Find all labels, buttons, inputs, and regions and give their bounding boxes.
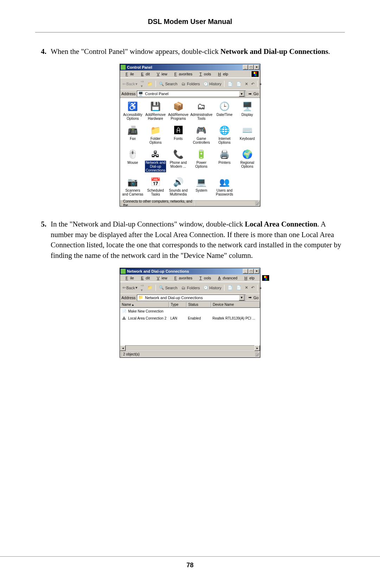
menu-help[interactable]: Help [214, 72, 230, 76]
cp-item-fonts[interactable]: 🅰Fonts [167, 124, 190, 147]
list-header[interactable]: Name ▴TypeStatusDevice Name [120, 302, 260, 308]
maximize-button[interactable]: □ [248, 269, 254, 274]
folders-button[interactable]: 🗂Folders [179, 81, 201, 87]
toolbar-overflow[interactable]: » [259, 286, 261, 290]
menu-tools[interactable]: Tools [195, 276, 213, 280]
cp-item-administrative-tools[interactable]: 🗂Administrative Tools [190, 100, 213, 123]
delete-button[interactable]: ✕ [244, 285, 249, 290]
menu-tools[interactable]: Tools [195, 72, 213, 76]
cp-item-accessibility-options[interactable]: ♿Accessibility Options [121, 100, 144, 123]
cell-text: Enabled [188, 316, 201, 320]
resize-grip[interactable] [255, 201, 259, 205]
minimize-button[interactable]: _ [243, 269, 248, 274]
copyto-button[interactable]: 📄 [235, 285, 243, 291]
cell-text: Make New Connection [128, 309, 164, 313]
back-button[interactable]: ⇦ Back ▾ [121, 285, 139, 290]
step5-bold: Local Area Connection [245, 220, 317, 228]
forward-button[interactable]: ⇨ ▾ [140, 79, 145, 89]
menu-favorites[interactable]: Favorites [170, 276, 195, 280]
maximize-button[interactable]: □ [248, 65, 254, 70]
cell-text: Realtek RTL8139(A) PCI ... [213, 316, 255, 320]
network-connections-window: Network and Dial-up Connections _ □ × Fi… [120, 268, 260, 358]
cp-item-add-remove-programs[interactable]: 📦Add/Remove Programs [167, 100, 190, 123]
cp-item-folder-options[interactable]: 📁Folder Options [144, 124, 167, 147]
menu-file[interactable]: File [121, 276, 136, 280]
list-item[interactable]: 📄Make New Connection [120, 308, 260, 315]
up-button[interactable]: 📁 [146, 285, 154, 291]
menu-edit[interactable]: Edit [137, 276, 152, 280]
history-button[interactable]: 🕘History [202, 285, 222, 291]
column-header-device-name[interactable]: Device Name [211, 302, 260, 308]
windows-logo-icon[interactable] [252, 71, 259, 77]
horizontal-scrollbar[interactable]: ◂ ▸ [120, 345, 260, 351]
menu-advanced[interactable]: Advanced [214, 276, 240, 280]
cp-item-keyboard[interactable]: ⌨️Keyboard [236, 124, 259, 147]
scroll-left-button[interactable]: ◂ [120, 345, 126, 351]
go-button[interactable]: ➡Go [247, 91, 259, 97]
moveto-button[interactable]: 📄 [226, 285, 234, 291]
address-input[interactable]: 📁 Network and Dial-up Connections ▾ [137, 295, 246, 301]
titlebar[interactable]: Control Panel _ □ × [120, 64, 260, 70]
cp-item-game-controllers[interactable]: 🎮Game Controllers [190, 124, 213, 147]
menu-view[interactable]: View [153, 276, 170, 280]
cp-item-display[interactable]: 🖥️Display [236, 100, 259, 123]
address-dropdown[interactable]: ▾ [239, 295, 245, 301]
address-dropdown[interactable]: ▾ [239, 91, 245, 97]
cp-item-add-remove-hardware[interactable]: 💾Add/Remove Hardware [144, 100, 167, 123]
history-button[interactable]: 🕘History [202, 81, 222, 87]
cp-item-date-time[interactable]: 🕒Date/Time [213, 100, 236, 123]
icon-view[interactable]: ♿Accessibility Options💾Add/Remove Hardwa… [120, 98, 260, 200]
copyto-button[interactable]: 📄 [235, 81, 243, 87]
cp-item-printers[interactable]: 🖨️Printers [213, 148, 236, 174]
menu-file[interactable]: File [121, 72, 136, 76]
windows-logo-icon[interactable] [262, 275, 269, 281]
cp-item-power-options[interactable]: 🔋Power Options [190, 148, 213, 174]
menu-view[interactable]: View [153, 72, 170, 76]
list-view[interactable]: Name ▴TypeStatusDevice Name 📄Make New Co… [120, 302, 260, 351]
list-item[interactable]: 🖧Local Area Connection 2LANEnabledRealte… [120, 315, 260, 322]
cp-item-scheduled-tasks[interactable]: 📅Scheduled Tasks [144, 176, 167, 198]
column-header-name[interactable]: Name ▴ [120, 302, 169, 308]
minimize-button[interactable]: _ [243, 65, 248, 70]
address-input[interactable]: 🖥️ Control Panel ▾ [137, 91, 246, 97]
cp-item-network-and-dial-up-connections[interactable]: 🖧Network and Dial-up Connections [144, 148, 167, 174]
forward-button[interactable]: ⇨ ▾ [140, 283, 145, 293]
resize-grip[interactable] [255, 352, 259, 357]
menu-edit[interactable]: Edit [137, 72, 152, 76]
cp-item-users-and-passwords[interactable]: 👥Users and Passwords [213, 176, 236, 198]
cp-item-regional-options[interactable]: 🌍Regional Options [236, 148, 259, 174]
cp-item-mouse[interactable]: 🖱️Mouse [121, 148, 144, 174]
go-button[interactable]: ➡Go [247, 295, 259, 301]
search-button[interactable]: 🔍Search [158, 285, 178, 291]
moveto-button[interactable]: 📄 [226, 81, 234, 87]
cp-item-icon: 🎮 [196, 125, 207, 136]
cp-item-system[interactable]: 💻System [190, 176, 213, 198]
cp-item-label: Game Controllers [190, 137, 213, 144]
go-icon: ➡ [247, 91, 253, 97]
cp-item-fax[interactable]: 📠Fax [121, 124, 144, 147]
search-button[interactable]: 🔍Search [158, 81, 178, 87]
delete-button[interactable]: ✕ [244, 81, 249, 87]
cp-item-sounds-and-multimedia[interactable]: 🔊Sounds and Multimedia [167, 176, 190, 198]
close-button[interactable]: × [254, 65, 259, 70]
menu-favorites[interactable]: Favorites [170, 72, 195, 76]
cp-item-icon: 🗂 [196, 101, 207, 112]
back-button[interactable]: ⇦ Back ▾ [121, 81, 139, 87]
cp-item-phone-and-modem[interactable]: 📞Phone and Modem ... [167, 148, 190, 174]
cp-item-internet-options[interactable]: 🌐Internet Options [213, 124, 236, 147]
column-header-type[interactable]: Type [169, 302, 186, 308]
folders-button[interactable]: 🗂Folders [179, 285, 201, 291]
column-header-status[interactable]: Status [186, 302, 211, 308]
scroll-right-button[interactable]: ▸ [254, 345, 260, 351]
cp-item-scanners-and-cameras[interactable]: 📷Scanners and Cameras [121, 176, 144, 198]
cp-item-icon: 🔊 [173, 177, 184, 188]
close-button[interactable]: × [254, 269, 259, 274]
up-button[interactable]: 📁 [146, 81, 154, 87]
undo-button[interactable]: ↶ [250, 285, 255, 290]
titlebar[interactable]: Network and Dial-up Connections _ □ × [120, 268, 260, 274]
undo-button[interactable]: ↶ [250, 81, 255, 87]
history-icon: 🕘 [203, 81, 209, 87]
menu-help[interactable]: Help [240, 276, 257, 280]
menubar: FileEditViewFavoritesToolsHelp [120, 70, 260, 78]
toolbar-overflow[interactable]: » [259, 82, 261, 86]
